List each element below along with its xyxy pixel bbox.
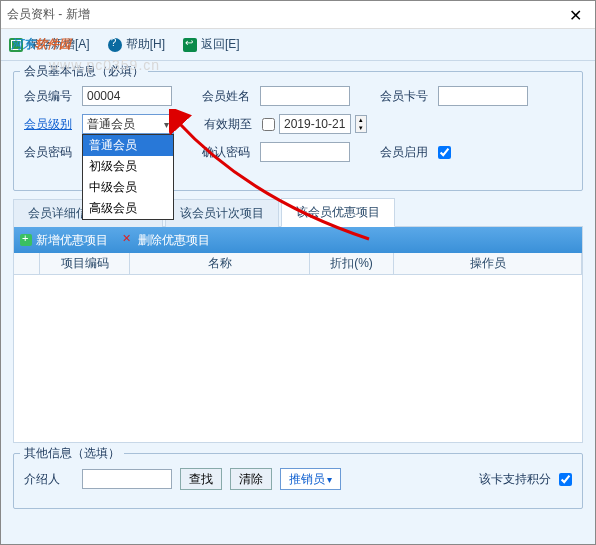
col-op: 操作员	[394, 253, 582, 274]
back-label: 返回[E]	[201, 36, 240, 53]
help-button[interactable]: 帮助[H]	[108, 36, 165, 53]
discount-panel: 新增优惠项目 删除优惠项目 项目编码 名称 折扣(%) 操作员	[13, 227, 583, 443]
card-no-input[interactable]	[438, 86, 528, 106]
salesperson-button[interactable]: 推销员 ▾	[280, 468, 341, 490]
other-info-group: 其他信息（选填） 介绍人 查找 清除 推销员 ▾ 该卡支持积分	[13, 453, 583, 509]
plus-icon	[20, 234, 32, 246]
basic-info-group: 会员基本信息（必填） 会员编号 会员姓名 会员卡号 会员级别 普通会员 ▾	[13, 71, 583, 191]
member-name-input[interactable]	[260, 86, 350, 106]
close-button[interactable]: ✕	[555, 1, 595, 29]
card-no-label: 会员卡号	[380, 88, 430, 105]
back-button[interactable]: 返回[E]	[183, 36, 240, 53]
delete-discount-button[interactable]: 删除优惠项目	[122, 232, 210, 249]
member-no-label: 会员编号	[24, 88, 74, 105]
level-combo[interactable]: 普通会员 ▾	[82, 114, 174, 134]
spin-up[interactable]: ▴	[356, 116, 366, 124]
help-icon	[108, 38, 122, 52]
salesperson-label: 推销员	[289, 471, 325, 488]
points-label: 该卡支持积分	[479, 471, 551, 488]
member-no-input[interactable]	[82, 86, 172, 106]
save-icon	[9, 38, 23, 52]
save-label: 保存新增[A]	[27, 36, 90, 53]
spin-down[interactable]: ▾	[356, 124, 366, 132]
expiry-label: 有效期至	[204, 116, 254, 133]
level-label[interactable]: 会员级别	[24, 116, 74, 133]
points-checkbox[interactable]	[559, 473, 572, 486]
col-code: 项目编码	[40, 253, 130, 274]
expiry-date-input[interactable]	[279, 114, 351, 134]
add-discount-button[interactable]: 新增优惠项目	[20, 232, 108, 249]
help-label: 帮助[H]	[126, 36, 165, 53]
enable-member-checkbox[interactable]	[438, 146, 451, 159]
confirm-pwd-input[interactable]	[260, 142, 350, 162]
referrer-input[interactable]	[82, 469, 172, 489]
panel-toolbar: 新增优惠项目 删除优惠项目	[14, 227, 582, 253]
clear-button[interactable]: 清除	[230, 468, 272, 490]
titlebar: 会员资料 - 新增 ✕	[1, 1, 595, 29]
grid-header: 项目编码 名称 折扣(%) 操作员	[14, 253, 582, 275]
window-title: 会员资料 - 新增	[7, 6, 589, 23]
level-option-2[interactable]: 中级会员	[83, 177, 173, 198]
tab-counts[interactable]: 该会员计次项目	[165, 199, 279, 227]
back-icon	[183, 38, 197, 52]
find-button[interactable]: 查找	[180, 468, 222, 490]
col-disc: 折扣(%)	[310, 253, 394, 274]
col-name: 名称	[130, 253, 310, 274]
level-dropdown: 普通会员 初级会员 中级会员 高级会员	[82, 134, 174, 220]
save-new-button[interactable]: 保存新增[A]	[9, 36, 90, 53]
col-blank	[14, 253, 40, 274]
member-name-label: 会员姓名	[202, 88, 252, 105]
password-label: 会员密码	[24, 144, 74, 161]
chevron-down-icon: ▾	[164, 119, 169, 130]
referrer-label: 介绍人	[24, 471, 74, 488]
level-option-3[interactable]: 高级会员	[83, 198, 173, 219]
basic-legend: 会员基本信息（必填）	[20, 63, 148, 80]
chevron-down-icon: ▾	[327, 474, 332, 485]
expiry-enable-checkbox[interactable]	[262, 118, 275, 131]
level-option-1[interactable]: 初级会员	[83, 156, 173, 177]
toolbar: 保存新增[A] 帮助[H] 返回[E]	[1, 29, 595, 61]
add-discount-label: 新增优惠项目	[36, 232, 108, 249]
delete-icon	[122, 234, 134, 246]
enable-member-label: 会员启用	[380, 144, 430, 161]
tab-discount[interactable]: 该会员优惠项目	[281, 198, 395, 227]
other-legend: 其他信息（选填）	[20, 445, 124, 462]
level-selected: 普通会员	[87, 116, 135, 133]
confirm-pwd-label: 确认密码	[202, 144, 252, 161]
delete-discount-label: 删除优惠项目	[138, 232, 210, 249]
level-option-0[interactable]: 普通会员	[83, 135, 173, 156]
